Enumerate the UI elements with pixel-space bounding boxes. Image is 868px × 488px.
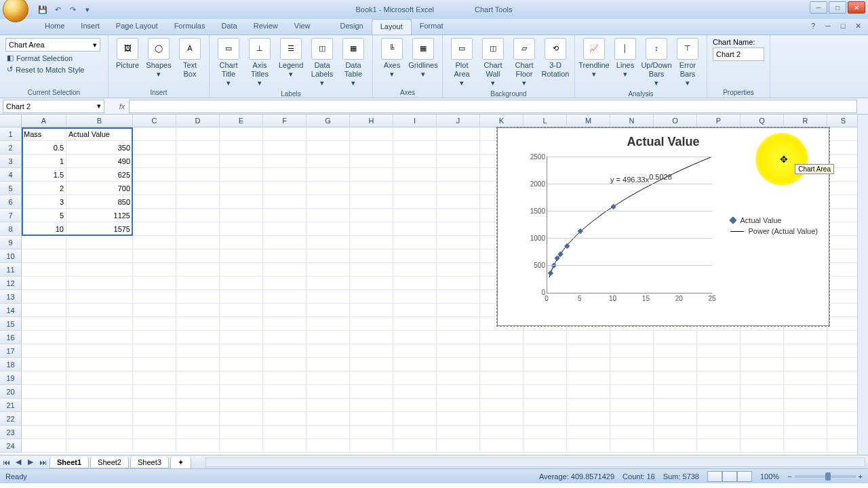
cell[interactable] (263, 249, 307, 263)
cell[interactable] (263, 439, 307, 453)
cell[interactable] (654, 426, 697, 439)
row-header[interactable]: 10 (0, 249, 22, 263)
cell[interactable] (567, 344, 610, 358)
cell[interactable] (524, 344, 567, 358)
cell[interactable] (133, 385, 176, 399)
cell[interactable] (263, 399, 307, 412)
cell[interactable] (437, 182, 480, 195)
cell[interactable] (133, 236, 176, 249)
tab-view[interactable]: View (286, 19, 319, 35)
cell[interactable] (827, 127, 860, 141)
tab-data[interactable]: Data (213, 19, 245, 35)
cell[interactable] (827, 317, 860, 331)
sheet-tab-1[interactable]: Sheet1 (50, 457, 89, 468)
cell[interactable] (437, 209, 480, 222)
cell[interactable] (263, 195, 307, 209)
cell[interactable] (741, 385, 784, 399)
cell[interactable] (393, 290, 437, 304)
cell[interactable] (567, 412, 610, 426)
row-header[interactable]: 17 (0, 344, 22, 358)
column-header[interactable]: A (22, 115, 66, 127)
cell[interactable] (741, 344, 784, 358)
cell[interactable] (784, 358, 827, 371)
cell[interactable] (307, 385, 350, 399)
cell[interactable] (393, 155, 437, 168)
horizontal-scrollbar[interactable] (205, 458, 865, 467)
new-sheet-button[interactable]: ✦ (170, 457, 191, 469)
cell[interactable] (827, 182, 860, 195)
cell[interactable] (480, 412, 524, 426)
page-layout-view-button[interactable] (722, 471, 737, 482)
cell[interactable] (524, 331, 567, 344)
cell[interactable] (133, 263, 176, 277)
cell[interactable] (350, 195, 393, 209)
cell[interactable] (437, 331, 480, 344)
cell[interactable] (654, 385, 697, 399)
cell[interactable] (697, 426, 741, 439)
cell[interactable] (393, 263, 437, 277)
column-header[interactable]: N (610, 115, 654, 127)
cell[interactable] (567, 371, 610, 385)
cell[interactable]: 850 (66, 195, 133, 209)
cell[interactable] (437, 222, 480, 236)
cell[interactable] (437, 344, 480, 358)
cell[interactable] (22, 426, 66, 439)
cell[interactable] (22, 304, 66, 317)
cell[interactable] (437, 358, 480, 371)
cell[interactable] (66, 439, 133, 453)
cell[interactable] (393, 277, 437, 290)
formula-bar[interactable] (129, 100, 857, 113)
cell[interactable] (22, 249, 66, 263)
cell[interactable] (66, 358, 133, 371)
cell[interactable] (350, 331, 393, 344)
axis-titles-button[interactable]: ⊥Axis Titles▾ (245, 37, 275, 89)
cell[interactable] (393, 141, 437, 155)
cell[interactable] (263, 412, 307, 426)
cell[interactable] (220, 412, 263, 426)
cell[interactable] (654, 371, 697, 385)
cell[interactable] (610, 358, 654, 371)
cell[interactable] (437, 127, 480, 141)
cell[interactable] (176, 344, 220, 358)
cell[interactable] (350, 209, 393, 222)
column-header[interactable]: P (697, 115, 741, 127)
tab-nav-first[interactable]: ⏮ (1, 457, 12, 468)
row-header[interactable]: 12 (0, 277, 22, 290)
cell[interactable] (263, 236, 307, 249)
cell[interactable] (480, 399, 524, 412)
data-table-button[interactable]: ▦Data Table▾ (338, 37, 368, 89)
cell[interactable] (133, 277, 176, 290)
cell[interactable] (567, 439, 610, 453)
cell[interactable]: 3 (22, 195, 66, 209)
cell[interactable] (827, 277, 860, 290)
cell[interactable] (66, 249, 133, 263)
normal-view-button[interactable] (707, 471, 722, 482)
cell[interactable] (827, 236, 860, 249)
cell[interactable] (350, 182, 393, 195)
cell[interactable] (263, 141, 307, 155)
legend-button[interactable]: ☰Legend▾ (276, 37, 306, 80)
cell[interactable] (220, 371, 263, 385)
cell[interactable] (610, 344, 654, 358)
cell[interactable] (176, 426, 220, 439)
cell[interactable]: 1125 (66, 209, 133, 222)
cell[interactable] (350, 127, 393, 141)
cell[interactable] (176, 127, 220, 141)
row-header[interactable]: 20 (0, 385, 22, 399)
cell[interactable] (22, 263, 66, 277)
cell[interactable] (741, 439, 784, 453)
format-selection-button[interactable]: ◧ Format Selection (5, 53, 100, 63)
cell[interactable] (697, 331, 741, 344)
cell[interactable] (393, 236, 437, 249)
doc-close-button[interactable]: ✕ (852, 20, 864, 31)
cell[interactable] (437, 304, 480, 317)
cell[interactable] (176, 412, 220, 426)
cell[interactable] (220, 141, 263, 155)
cell[interactable] (480, 358, 524, 371)
cell[interactable] (133, 168, 176, 182)
vertical-scrollbar[interactable] (857, 115, 868, 455)
cell[interactable] (827, 371, 860, 385)
cell[interactable] (263, 371, 307, 385)
cell[interactable] (307, 304, 350, 317)
cell[interactable] (133, 290, 176, 304)
